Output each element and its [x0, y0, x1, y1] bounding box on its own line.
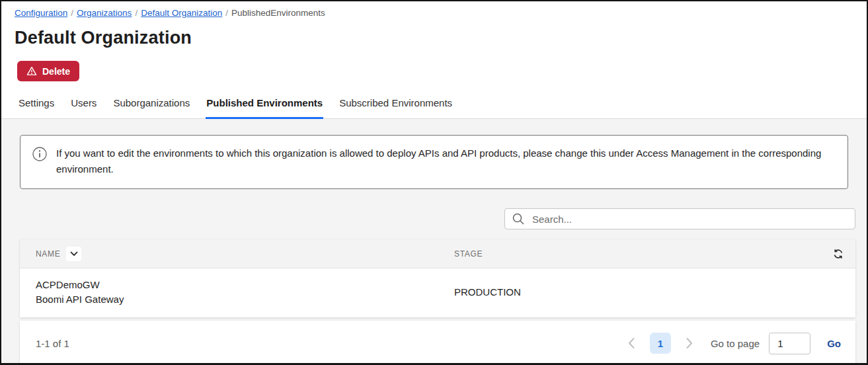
info-banner-text: If you want to edit the environments to … [56, 145, 823, 177]
column-header-name: NAME [36, 247, 454, 261]
refresh-button[interactable] [832, 247, 845, 261]
pagination-bar: 1-1 of 1 1 Go to page Go [20, 321, 855, 365]
environment-stage-cell: PRODUCTION [454, 286, 845, 298]
go-to-page-label: Go to page [711, 338, 760, 349]
table-header-row: NAME STAGE [20, 239, 855, 268]
breadcrumb-separator: / [71, 8, 73, 18]
environment-gateway: Boomi API Gateway [36, 292, 454, 307]
column-header-stage: STAGE [454, 249, 832, 259]
content-area: If you want to edit the environments to … [1, 119, 867, 365]
search-icon [512, 212, 525, 225]
info-circle-icon [32, 147, 47, 161]
search-box [504, 208, 855, 229]
chevron-right-icon [686, 337, 693, 349]
search-row [20, 208, 855, 229]
sort-name-button[interactable] [66, 247, 81, 261]
pager-controls: 1 Go to page Go [625, 333, 844, 354]
warning-triangle-icon [26, 66, 37, 76]
delete-button[interactable]: Delete [17, 61, 79, 81]
previous-page-button[interactable] [625, 335, 638, 352]
chevron-left-icon [627, 337, 635, 349]
search-input[interactable] [531, 213, 848, 225]
page-title: Default Organization [15, 28, 853, 48]
info-banner: If you want to edit the environments to … [20, 135, 848, 189]
tab-settings[interactable]: Settings [18, 97, 55, 119]
table-row[interactable]: ACPDemoGW Boomi API Gateway PRODUCTION [20, 268, 855, 317]
breadcrumb-current: PublishedEnvironments [231, 8, 325, 18]
tab-users[interactable]: Users [70, 97, 97, 119]
column-header-stage-label: STAGE [454, 249, 483, 259]
chevron-down-sort-icon [70, 251, 78, 257]
environment-name-cell: ACPDemoGW Boomi API Gateway [36, 278, 454, 307]
breadcrumb-separator: / [135, 8, 138, 18]
next-page-button[interactable] [683, 335, 696, 352]
go-button[interactable]: Go [824, 338, 844, 349]
delete-button-label: Delete [42, 66, 70, 77]
page-1-button[interactable]: 1 [650, 333, 671, 354]
tab-subscribed-environments[interactable]: Subscribed Environments [338, 97, 453, 119]
refresh-icon [833, 249, 844, 259]
breadcrumb-link-organizations[interactable]: Organizations [77, 8, 132, 18]
pagination-range-label: 1-1 of 1 [36, 338, 69, 349]
go-to-page-input[interactable] [769, 333, 810, 354]
breadcrumb-link-configuration[interactable]: Configuration [15, 8, 67, 18]
tab-published-environments[interactable]: Published Environments [206, 97, 323, 119]
column-header-name-label: NAME [36, 249, 60, 259]
tab-suborganizations[interactable]: Suborganizations [112, 97, 190, 119]
app-window: Configuration/Organizations/Default Orga… [0, 0, 868, 365]
environments-table: NAME STAGE [20, 239, 855, 317]
environment-name: ACPDemoGW [36, 278, 454, 292]
page-header: Configuration/Organizations/Default Orga… [1, 1, 867, 119]
breadcrumb-separator: / [225, 8, 228, 18]
breadcrumb-link-default-organization[interactable]: Default Organization [141, 8, 222, 18]
tab-bar: Settings Users Suborganizations Publishe… [15, 97, 853, 118]
breadcrumb: Configuration/Organizations/Default Orga… [15, 8, 853, 18]
